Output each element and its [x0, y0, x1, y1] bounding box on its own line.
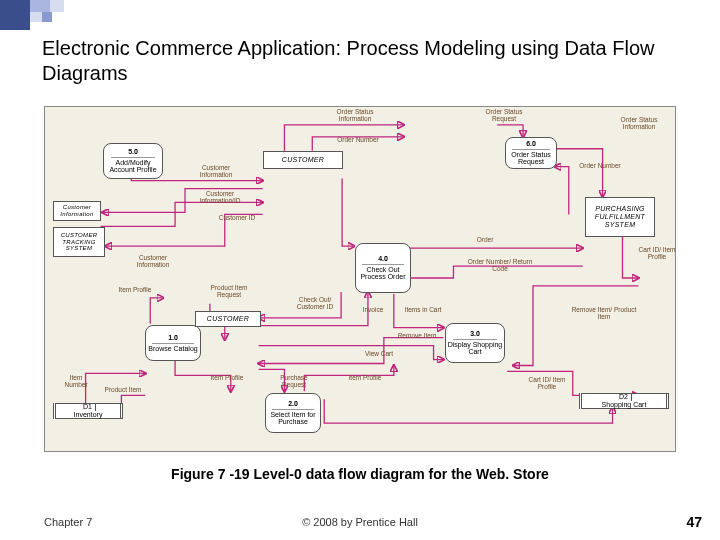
footer-copyright: © 2008 by Prentice Hall	[0, 516, 720, 528]
flow-label: Purchase Request	[271, 375, 317, 389]
process-1: 1.0Browse Catalog	[145, 325, 201, 361]
external-customer-info: Customer Information	[53, 201, 101, 221]
flow-label: View Cart	[361, 351, 397, 358]
flow-label: Order Number	[575, 163, 625, 170]
external-customer-mid: CUSTOMER	[195, 311, 261, 327]
process-5: 5.0Add/Modify Account Profile	[103, 143, 163, 179]
flow-label: Remove Item/ Product Item	[571, 307, 637, 321]
external-cts: CUSTOMER TRACKING SYSTEM	[53, 227, 105, 257]
flow-label: Customer Information/ID	[187, 191, 253, 205]
figure-caption: Figure 7 -19 Level-0 data flow diagram f…	[0, 466, 720, 482]
flow-label: Customer Information	[187, 165, 245, 179]
flow-label: Order Number	[333, 137, 383, 144]
flow-label: Customer ID	[213, 215, 261, 222]
flow-label: Cart ID/ Item Profile	[635, 247, 679, 261]
datastore-d2: D2Shopping Cart	[579, 393, 669, 409]
process-4: 4.0Check Out Process Order	[355, 243, 411, 293]
flow-label: Cart ID/ Item Profile	[521, 377, 573, 391]
flow-label: Item Profile	[347, 375, 383, 382]
flow-label: Order Status Information	[611, 117, 667, 131]
flow-label: Check Out/ Customer ID	[287, 297, 343, 311]
flow-label: Invoice	[353, 307, 393, 314]
flow-label: Order Status Information	[325, 109, 385, 123]
flow-label: Item Profile	[209, 375, 245, 382]
datastore-d1: D1Inventory	[53, 403, 123, 419]
external-customer-top: CUSTOMER	[263, 151, 343, 169]
flow-label: Item Profile	[115, 287, 155, 294]
flow-label: Items in Cart	[401, 307, 445, 314]
dfd-diagram: 5.0Add/Modify Account Profile CUSTOMER 6…	[44, 106, 676, 452]
flow-label: Order Status Request	[477, 109, 531, 123]
flow-label: Order	[465, 237, 505, 244]
flow-label: Product Item Request	[205, 285, 253, 299]
flow-label: Order Number/ Return Code	[465, 259, 535, 273]
external-pfs: PURCHASING FULFILLMENT SYSTEM	[585, 197, 655, 237]
flow-label: Customer Information	[125, 255, 181, 269]
process-6: 6.0Order Status Request	[505, 137, 557, 169]
page-number: 47	[686, 514, 702, 530]
process-3: 3.0Display Shopping Cart	[445, 323, 505, 363]
flow-label: Remove Item	[397, 333, 437, 340]
slide-title: Electronic Commerce Application: Process…	[42, 36, 690, 86]
corner-decoration	[0, 0, 160, 36]
process-2: 2.0Select Item for Purchase	[265, 393, 321, 433]
flow-label: Product Item	[103, 387, 143, 394]
flow-label: Item Number	[59, 375, 93, 389]
